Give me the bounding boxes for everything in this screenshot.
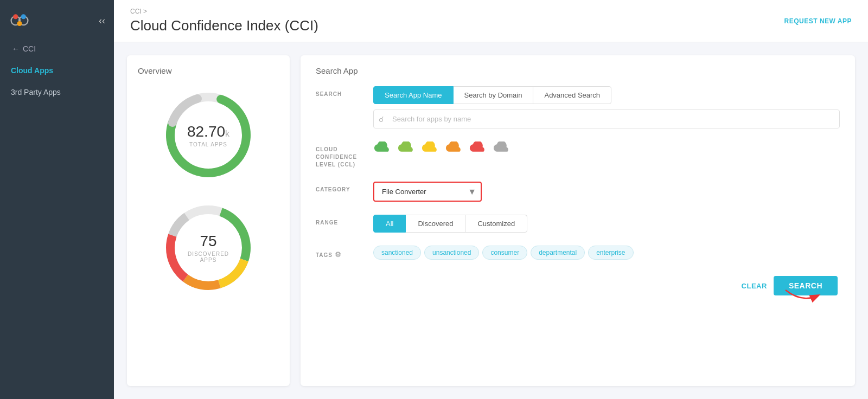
tag-unsanctioned[interactable]: unsanctioned (424, 246, 479, 260)
category-content: File Converter Collaboration Storage Com… (373, 182, 840, 202)
sidebar-header: ‹‹ (0, 0, 114, 41)
tab-search-by-domain[interactable]: Search by Domain (453, 86, 534, 104)
title-section: CCI > Cloud Confidence Index (CCI) (130, 8, 318, 34)
category-row: CATEGORY File Converter Collaboration St… (316, 182, 840, 202)
range-content: All Discovered Customized (373, 215, 840, 233)
search-tabs-row: SEARCH Search App Name Search by Domain … (316, 86, 840, 128)
tag-departmental[interactable]: departmental (531, 246, 585, 260)
request-new-app-button[interactable]: REQUEST NEW APP (784, 17, 852, 25)
total-apps-suffix: k (225, 129, 229, 138)
tags-content: sanctioned unsanctioned consumer departm… (373, 246, 840, 260)
discovered-apps-label: 75 DISCOVERED APPS (184, 233, 233, 263)
sidebar-item-3rd-party-apps-label: 3rd Party Apps (11, 88, 61, 96)
range-row: RANGE All Discovered Customized (316, 215, 840, 233)
search-tabs-content: Search App Name Search by Domain Advance… (373, 86, 840, 128)
sidebar-item-3rd-party-apps[interactable]: 3rd Party Apps (0, 81, 114, 103)
ccl-high-icon[interactable] (373, 141, 392, 155)
search-label: SEARCH (316, 86, 365, 98)
category-select-wrapper: File Converter Collaboration Storage Com… (373, 182, 482, 202)
search-tab-group: Search App Name Search by Domain Advance… (373, 86, 840, 104)
search-icon: ☌ (379, 115, 384, 124)
total-apps-sublabel: TOTAL APPS (187, 141, 229, 147)
ccl-low-icon[interactable] (469, 141, 487, 155)
discovered-apps-number: 75 (184, 233, 233, 250)
tab-advanced-search[interactable]: Advanced Search (533, 86, 611, 104)
range-btn-customized[interactable]: Customized (465, 215, 527, 233)
ccl-medium-icon[interactable] (421, 141, 439, 155)
tag-enterprise[interactable]: enterprise (588, 246, 633, 260)
total-apps-donut: 82.70k TOTAL APPS (159, 86, 257, 184)
ccl-medium-low-icon[interactable] (445, 141, 463, 155)
main-content: CCI > Cloud Confidence Index (CCI) REQUE… (114, 0, 868, 399)
category-label: CATEGORY (316, 182, 365, 194)
search-input-wrapper: ☌ (373, 110, 840, 128)
svg-point-4 (17, 21, 22, 26)
total-apps-label: 82.70k TOTAL APPS (187, 123, 229, 147)
ccl-row: CLOUD CONFIDENCE LEVEL (CCL) (316, 141, 840, 169)
range-button-group: All Discovered Customized (373, 215, 840, 233)
total-apps-number: 82.70 (187, 123, 225, 140)
ccl-icons-group (373, 141, 840, 155)
back-nav-label: CCI (23, 44, 36, 53)
back-arrow-icon: ← (12, 44, 20, 53)
content-area: Overview 82.70k TOTAL APPS (114, 42, 868, 399)
search-app-panel: Search App SEARCH Search App Name Search… (301, 55, 855, 386)
breadcrumb: CCI > (130, 8, 318, 15)
sidebar: ‹‹ ← CCI Cloud Apps 3rd Party Apps (0, 0, 114, 399)
ccl-content (373, 141, 840, 155)
ccl-unknown-icon[interactable] (493, 141, 511, 155)
tab-search-app-name[interactable]: Search App Name (373, 86, 454, 104)
range-btn-all[interactable]: All (373, 215, 406, 233)
tags-settings-icon[interactable]: ⚙ (335, 250, 342, 259)
ccl-medium-high-icon[interactable] (397, 141, 416, 155)
ccl-label: CLOUD CONFIDENCE LEVEL (CCL) (316, 141, 365, 169)
back-navigation[interactable]: ← CCI (0, 41, 114, 60)
discovered-apps-donut: 75 DISCOVERED APPS (159, 199, 257, 297)
overview-panel: Overview 82.70k TOTAL APPS (127, 55, 290, 386)
sidebar-item-cloud-apps[interactable]: Cloud Apps (0, 60, 114, 81)
svg-point-2 (13, 14, 18, 19)
category-select[interactable]: File Converter Collaboration Storage Com… (373, 182, 482, 202)
range-label: RANGE (316, 215, 365, 227)
topbar: CCI > Cloud Confidence Index (CCI) REQUE… (114, 0, 868, 42)
tags-label: TAGS ⚙ (316, 246, 365, 260)
sidebar-menu: Cloud Apps 3rd Party Apps (0, 60, 114, 103)
discovered-apps-chart: 75 DISCOVERED APPS (138, 199, 279, 299)
overview-title: Overview (138, 66, 279, 75)
page-title: Cloud Confidence Index (CCI) (130, 17, 318, 34)
tags-chip-group: sanctioned unsanctioned consumer departm… (373, 246, 840, 260)
tags-row: TAGS ⚙ sanctioned unsanctioned consumer … (316, 246, 840, 260)
sidebar-item-cloud-apps-label: Cloud Apps (11, 66, 53, 75)
collapse-sidebar-button[interactable]: ‹‹ (99, 15, 105, 27)
total-apps-chart: 82.70k TOTAL APPS (138, 86, 279, 186)
range-btn-discovered[interactable]: Discovered (405, 215, 465, 233)
tag-consumer[interactable]: consumer (482, 246, 527, 260)
clear-button[interactable]: CLEAR (742, 282, 767, 290)
svg-point-3 (21, 14, 26, 19)
search-app-title: Search App (316, 66, 840, 75)
arrow-annotation (780, 286, 824, 305)
logo-icon (9, 10, 30, 31)
discovered-apps-sublabel: DISCOVERED APPS (184, 251, 233, 263)
tag-sanctioned[interactable]: sanctioned (373, 246, 421, 260)
search-input[interactable] (373, 110, 840, 128)
bottom-actions: CLEAR SEARCH (316, 276, 840, 295)
